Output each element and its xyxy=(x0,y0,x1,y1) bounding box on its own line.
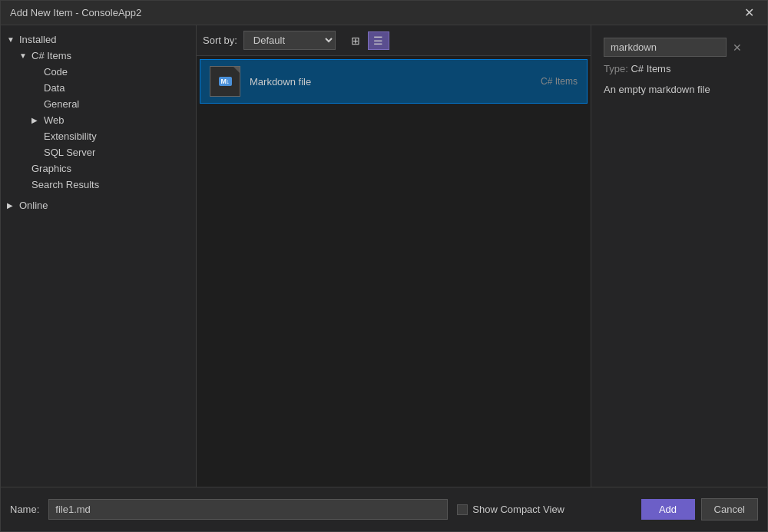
detail-description: An empty markdown file xyxy=(604,84,755,95)
items-list: M↓ Markdown file C# Items xyxy=(197,56,591,487)
item-category: C# Items xyxy=(541,76,578,87)
arrow-icon: ▼ xyxy=(7,35,16,44)
title-bar: Add New Item - ConsoleApp2 ✕ xyxy=(1,1,767,25)
search-clear-button[interactable]: ✕ xyxy=(730,40,745,55)
content-area: Sort by: Default Name Type Date ⊞ ☰ xyxy=(197,25,591,487)
compact-view-container[interactable]: Show Compact View xyxy=(457,504,564,515)
sidebar-item-label: Web xyxy=(44,114,65,126)
sidebar-item-sql-server[interactable]: SQL Server xyxy=(1,144,196,160)
search-input[interactable] xyxy=(604,38,727,57)
toolbar: Sort by: Default Name Type Date ⊞ ☰ xyxy=(197,25,591,56)
view-buttons: ⊞ ☰ xyxy=(345,31,389,50)
main-window: Add New Item - ConsoleApp2 ✕ ▼ Installed… xyxy=(0,0,768,532)
sidebar-item-label: Code xyxy=(44,66,68,78)
sort-select[interactable]: Default Name Type Date xyxy=(243,31,336,50)
sidebar-item-installed[interactable]: ▼ Installed xyxy=(1,31,196,48)
sidebar-item-general[interactable]: General xyxy=(1,96,196,112)
item-name: Markdown file xyxy=(250,76,531,88)
type-value: C# Items xyxy=(631,63,670,74)
sort-label: Sort by: xyxy=(203,35,237,46)
compact-view-checkbox[interactable] xyxy=(457,504,468,515)
name-input[interactable] xyxy=(48,499,448,520)
md-badge: M↓ xyxy=(219,77,232,86)
sidebar-item-web[interactable]: ▶ Web xyxy=(1,112,196,128)
sidebar-item-label: C# Items xyxy=(31,50,71,61)
sidebar-item-online[interactable]: ▶ Online xyxy=(1,197,196,213)
detail-type: Type: C# Items xyxy=(604,63,755,74)
sidebar-item-extensibility[interactable]: Extensibility xyxy=(1,128,196,144)
details-panel: ✕ Type: C# Items An empty markdown file xyxy=(591,25,767,487)
window-title: Add New Item - ConsoleApp2 xyxy=(10,7,141,18)
sidebar-item-label: Installed xyxy=(19,34,56,45)
sidebar-item-csharp-items[interactable]: ▼ C# Items xyxy=(1,48,196,64)
list-view-button[interactable]: ☰ xyxy=(368,31,389,50)
list-icon: ☰ xyxy=(373,35,383,47)
sidebar-item-label: Online xyxy=(19,200,48,211)
main-content: ▼ Installed ▼ C# Items Code Data Gener xyxy=(1,25,767,487)
sidebar-item-graphics[interactable]: Graphics xyxy=(1,160,196,177)
sidebar-item-code[interactable]: Code xyxy=(1,64,196,80)
bottom-bar-inner: Name: Show Compact View Add Cancel xyxy=(10,498,758,520)
cancel-button[interactable]: Cancel xyxy=(701,498,758,520)
type-label: Type: xyxy=(604,63,628,74)
sidebar-item-data[interactable]: Data xyxy=(1,80,196,96)
name-label: Name: xyxy=(10,504,39,515)
arrow-icon: ▶ xyxy=(31,116,41,124)
add-button[interactable]: Add xyxy=(641,499,695,520)
item-icon: M↓ xyxy=(210,66,240,97)
bottom-bar: Name: Show Compact View Add Cancel xyxy=(1,487,767,531)
sidebar-item-label: Extensibility xyxy=(44,131,97,142)
sidebar-item-label: Search Results xyxy=(31,179,99,190)
close-button[interactable]: ✕ xyxy=(740,4,758,22)
sidebar-item-label: SQL Server xyxy=(44,147,95,158)
bottom-actions: Add Cancel xyxy=(641,498,758,520)
arrow-icon: ▼ xyxy=(19,51,28,60)
sidebar: ▼ Installed ▼ C# Items Code Data Gener xyxy=(1,25,197,487)
compact-view-label: Show Compact View xyxy=(472,504,564,515)
sidebar-item-label: Graphics xyxy=(31,163,71,174)
arrow-icon: ▶ xyxy=(7,201,16,210)
grid-view-button[interactable]: ⊞ xyxy=(345,31,366,50)
sidebar-item-search-results[interactable]: Search Results xyxy=(1,177,196,193)
sidebar-item-label: Data xyxy=(44,82,65,94)
search-container: ✕ xyxy=(604,38,755,57)
grid-icon: ⊞ xyxy=(351,35,360,47)
sidebar-item-label: General xyxy=(44,98,79,110)
table-row[interactable]: M↓ Markdown file C# Items xyxy=(200,59,588,104)
